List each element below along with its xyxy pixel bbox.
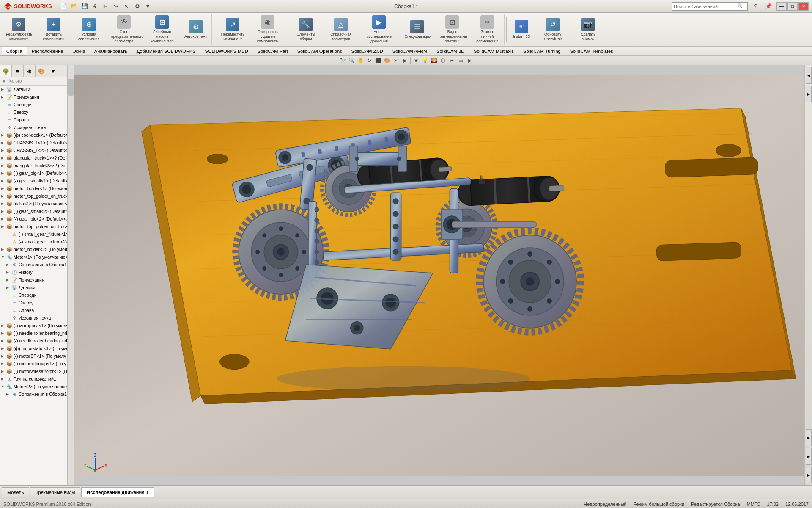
tree-scrollbar[interactable] — [67, 65, 74, 485]
quick-btn-redo[interactable]: ↪ — [112, 2, 121, 11]
tree-item-motorbp[interactable]: ▶ 📦 (-) motorBP<1> (По умолч — [0, 352, 74, 360]
tree-item-motor-top1[interactable]: ▶ 📦 motor_top_golder_on_truck<1> — [0, 192, 74, 200]
tree-item-motor1[interactable]: ▼ 🔩 Motor<1> (По умолчанию<По — [0, 253, 74, 261]
bg-btn[interactable]: 🌄 — [430, 56, 438, 65]
tree-item-mates-2[interactable]: ▶ ⊕ Сопряжения в Сборка1 — [0, 390, 74, 398]
quick-btn-new[interactable]: 📄 — [59, 2, 68, 11]
tree-item-motor2[interactable]: ▼ 🔩 Motor<2> (По умолчанию<По — [0, 383, 74, 390]
tree-item-chassis2[interactable]: ▶ 📦 CHASSIS_1<2> (Default<<Defaul — [0, 146, 74, 154]
toolbar-btn-sketch-explode[interactable]: ✏ Эскиз с линией размещения — [473, 14, 502, 44]
quick-btn-settings[interactable]: ⚙ — [133, 2, 142, 11]
tree-item-history[interactable]: ▶ 🕐 History — [0, 268, 74, 276]
help-btn[interactable]: ? — [751, 2, 760, 11]
menu-tab-solidcam-tmpl[interactable]: SolidCAM Templates — [565, 47, 618, 56]
toolbar-btn-motion[interactable]: ▶ Новое исследование движения — [365, 14, 393, 44]
lighting-btn[interactable]: 💡 — [421, 56, 429, 65]
menu-tab-analyze[interactable]: Анализировать — [90, 47, 132, 56]
tree-item-right[interactable]: ▭ Справа — [0, 116, 74, 124]
sidebar-tab-config[interactable]: ▼ — [47, 65, 59, 77]
search-icon[interactable]: 🔍 — [737, 3, 743, 9]
tree-item-origin-motor[interactable]: ✛ Исходная точка — [0, 314, 74, 322]
tree-item-small-fixture1[interactable]: ⚠ (-) small_gear_fixture<1> (П — [0, 230, 74, 238]
bottom-tab-motion-study[interactable]: Исследование движения 1 — [81, 487, 154, 497]
realview-btn[interactable]: ⬡ — [439, 56, 447, 65]
view-section-btn[interactable]: ✂ — [392, 56, 400, 65]
search-box[interactable]: 🔍 — [672, 2, 748, 11]
close-btn[interactable]: ✕ — [798, 2, 809, 11]
ambient-btn[interactable]: ☀ — [447, 56, 456, 65]
menu-tab-solidcam-3d[interactable]: SolidCAM 3D — [432, 47, 469, 56]
rp-btn-5[interactable]: ▶ — [806, 467, 812, 483]
view-appearance-btn[interactable]: 🎨 — [383, 56, 391, 65]
toolbar-btn-preview[interactable]: 👁 Окно предварительного просмотра — [110, 14, 138, 44]
menu-tab-solidcam-25d[interactable]: SolidCAM 2.5D — [347, 47, 388, 56]
quick-btn-arrow[interactable]: ▼ — [143, 2, 153, 11]
toolbar-btn-pattern[interactable]: ⊞ Линейный массив компонентов — [148, 14, 176, 44]
tree-item-gear-small1[interactable]: ▶ 📦 (-) gear_small<1> (Default<<De — [0, 177, 74, 185]
rp-btn-3[interactable]: ▶ — [806, 429, 812, 446]
tree-item-motorwires[interactable]: ▶ 📦 (-) motorwiresatrotor<1> (П — [0, 367, 74, 375]
view-orient-btn[interactable]: 🔭 — [338, 56, 347, 65]
tree-item-motor-holder1[interactable]: ▶ 📦 motor_holder<1> (По умолчани — [0, 185, 74, 192]
rp-btn-4[interactable]: ▶ — [806, 448, 812, 465]
toolbar-btn-assembly-features[interactable]: 🔧 Элементы сборки — [291, 17, 320, 42]
menu-tab-sketch[interactable]: Эскиз — [68, 47, 89, 56]
tree-item-balka[interactable]: ▶ 📦 balka<1> (По умолчанию<<По — [0, 200, 74, 207]
toolbar-btn-mate[interactable]: ⊕ Условия сопряжения — [74, 17, 103, 42]
tree-item-top[interactable]: ▭ Сверху — [0, 108, 74, 116]
tree-item-right-motor[interactable]: ▭ Справа — [0, 306, 74, 314]
view-rotate-btn[interactable]: ↻ — [365, 56, 373, 65]
menu-tab-solidcam-part[interactable]: SolidCAM Part — [253, 47, 293, 56]
sidebar-tab-props[interactable]: ≡ — [12, 65, 24, 77]
quick-btn-undo[interactable]: ↩ — [101, 2, 110, 11]
tree-item-motorosa[interactable]: ▶ 📦 (-) мотороса<1> (По умолч — [0, 322, 74, 329]
rp-btn-2[interactable]: ▶ — [806, 86, 812, 102]
menu-tab-solidcam-afrm[interactable]: SolidCAM AFRM — [388, 47, 432, 56]
menu-tab-solidcam-turn[interactable]: SolidCAM Turning — [518, 47, 565, 56]
menu-tab-addins[interactable]: Добавления SOLIDWORKS — [132, 47, 200, 56]
tree-item-mates-1[interactable]: ▶ ⊕ Сопряжения в Сборка1 — [0, 261, 74, 268]
view-pan-btn[interactable]: ✋ — [356, 56, 365, 65]
tree-item-notes[interactable]: ▶ 📝 Примечания — [0, 93, 74, 101]
tree-item-tri-truck1[interactable]: ▶ 📦 triangular_truck<1>>? (Default< — [0, 154, 74, 162]
hide-show-btn[interactable]: 👁 — [412, 56, 420, 65]
tree-item-top-motor[interactable]: ▭ Сверху — [0, 299, 74, 306]
tree-item-gear-small2[interactable]: ▶ 📦 (-) gear_small<2> (Default<<De — [0, 207, 74, 215]
tree-item-motor-holder2[interactable]: ▶ 📦 motor_holder<2> (По умолчани — [0, 246, 74, 253]
tree-item-mate-group[interactable]: ▶ ⊕ Группа сопряжений1 — [0, 375, 74, 383]
toolbar-btn-exploded[interactable]: ⊡ Вид с размещенными частями — [438, 14, 466, 44]
tree-item-tri-truck2[interactable]: ▶ 📦 triangular_truck<2>>? (Default< — [0, 162, 74, 169]
more2-btn[interactable]: ▶ — [465, 56, 474, 65]
floor-btn[interactable]: ▭ — [456, 56, 465, 65]
view-more-btn[interactable]: ▶ — [401, 56, 409, 65]
tree-scroll-thumb[interactable] — [68, 79, 74, 96]
toolbar-btn-bom[interactable]: ☰ Спецификация — [403, 19, 431, 40]
bottom-tab-3d-views[interactable]: Трехмерные виды — [30, 487, 80, 497]
menu-tab-solidcam-ops[interactable]: SolidCAM Operations — [293, 47, 347, 56]
toolbar-btn-snapshot[interactable]: 📷 Сделать снимок — [573, 17, 602, 42]
tree-item-sensors[interactable]: ▶ 📡 Датчики — [0, 86, 74, 93]
sidebar-tab-display[interactable]: ⊕ — [24, 65, 36, 77]
tree-item-front[interactable]: ▭ Спереди — [0, 101, 74, 108]
toolbar-btn-edit[interactable]: ⚙ Редактировать компонент — [4, 17, 33, 42]
toolbar-btn-instant3d[interactable]: 3D Instant 3D — [511, 19, 532, 40]
toolbar-btn-hidden[interactable]: ◉ Отобразить скрытые компоненты — [253, 14, 282, 44]
toolbar-btn-move[interactable]: ↗ Переместить компонент — [218, 17, 247, 42]
view-zoom-btn[interactable]: 🔍 — [347, 56, 356, 65]
tree-item-notes-motor[interactable]: ▶ 📝 Примечания — [0, 276, 74, 284]
tree-item-cool-deck[interactable]: ▶ 📦 (ф) cool-deck<1> (Default<<Def — [0, 131, 74, 139]
tree-item-gear-big1[interactable]: ▶ 📦 (-) gear_big<1> (Default<<Defa — [0, 169, 74, 177]
quick-btn-open[interactable]: 📂 — [69, 2, 79, 11]
pin-btn[interactable]: 📌 — [764, 2, 773, 11]
menu-tab-layout[interactable]: Расположение — [27, 47, 68, 56]
tree-item-front-motor[interactable]: ▭ Спереди — [0, 291, 74, 299]
toolbar-btn-fastener[interactable]: ⚙ Автокрепежи — [183, 19, 209, 40]
toolbar-btn-speedpak[interactable]: ↺ Обновить SpeedPak — [538, 17, 567, 42]
search-input[interactable] — [674, 4, 737, 9]
tree-item-gear-big2[interactable]: ▶ 📦 (-) gear_big<2> (Default<<Defa — [0, 215, 74, 223]
tree-item-origin[interactable]: ✛ Исходная точка — [0, 124, 74, 131]
maximize-btn[interactable]: □ — [787, 2, 798, 11]
tree-item-motorrotorcap[interactable]: ▶ 📦 (-) motorrotorcap<1> (По у — [0, 360, 74, 367]
bottom-tab-model[interactable]: Модель — [2, 487, 29, 497]
quick-btn-select[interactable]: ↖ — [122, 2, 132, 11]
